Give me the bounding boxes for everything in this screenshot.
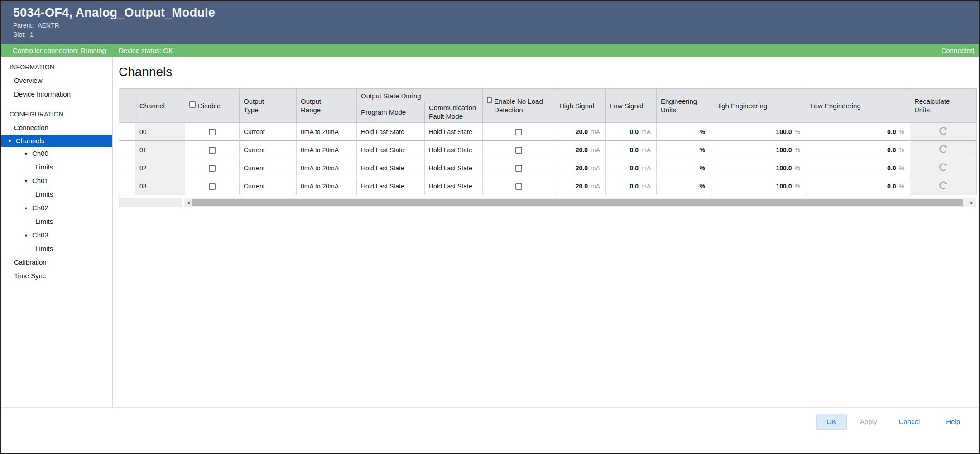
enable-no-load-checkbox[interactable] bbox=[515, 165, 522, 172]
scroll-right-arrow-icon[interactable]: ▶ bbox=[968, 201, 976, 205]
help-button[interactable]: Help bbox=[939, 414, 967, 430]
enable-no-load-all-checkbox[interactable] bbox=[487, 97, 492, 103]
recalculate-units-button[interactable] bbox=[937, 179, 950, 193]
recalculate-units-button[interactable] bbox=[937, 161, 950, 174]
output-range-cell[interactable]: 0mA to 20mA bbox=[297, 177, 357, 195]
low-engineering-unit: % bbox=[899, 164, 904, 172]
sidebar-item-ch01-limits[interactable]: Limits bbox=[1, 188, 112, 201]
output-type-cell[interactable]: Current bbox=[240, 159, 297, 177]
recalculate-units-cell bbox=[910, 177, 977, 195]
enable-no-load-cell[interactable] bbox=[483, 177, 555, 195]
low-engineering-cell[interactable]: 0.0% bbox=[806, 141, 910, 159]
high-signal-cell[interactable]: 20.0mA bbox=[555, 159, 606, 177]
disable-cell[interactable] bbox=[185, 123, 240, 141]
sidebar-item-channels[interactable]: ▼Channels bbox=[1, 135, 112, 147]
col-header-channel: Channel bbox=[135, 89, 185, 123]
engineering-units-cell[interactable]: % bbox=[657, 141, 711, 159]
disable-checkbox[interactable] bbox=[209, 165, 216, 172]
horizontal-scrollbar[interactable]: ◀ ▶ bbox=[184, 198, 976, 207]
low-engineering-cell[interactable]: 0.0% bbox=[806, 159, 910, 177]
high-engineering-value: 100.0 bbox=[776, 128, 792, 135]
low-signal-cell[interactable]: 0.0mA bbox=[606, 141, 657, 159]
ok-button[interactable]: OK bbox=[816, 414, 847, 430]
disable-all-checkbox[interactable] bbox=[189, 101, 196, 108]
low-signal-cell[interactable]: 0.0mA bbox=[606, 177, 657, 195]
sidebar-item-device-information[interactable]: Device Information bbox=[1, 87, 112, 101]
enable-no-load-cell[interactable] bbox=[483, 123, 555, 141]
enable-no-load-cell[interactable] bbox=[483, 141, 555, 159]
low-engineering-cell[interactable]: 0.0% bbox=[806, 123, 910, 141]
low-signal-cell[interactable]: 0.0mA bbox=[606, 123, 657, 141]
row-selector-cell[interactable] bbox=[119, 141, 135, 159]
output-range-cell[interactable]: 0mA to 20mA bbox=[297, 123, 357, 141]
program-mode-cell[interactable]: Hold Last State bbox=[357, 159, 425, 177]
high-engineering-unit: % bbox=[795, 146, 800, 154]
sidebar-item-label: Ch01 bbox=[32, 177, 48, 184]
disable-cell[interactable] bbox=[185, 159, 240, 177]
cancel-button[interactable]: Cancel bbox=[892, 414, 927, 430]
sidebar-item-label: Ch03 bbox=[32, 231, 48, 239]
communication-fault-mode-cell[interactable]: Hold Last State bbox=[425, 159, 483, 177]
table-row-ch03: 03 Current 0mA to 20mA Hold Last State H… bbox=[119, 177, 977, 195]
sidebar-item-ch03-limits[interactable]: Limits bbox=[1, 242, 112, 256]
high-engineering-cell[interactable]: 100.0% bbox=[711, 159, 806, 177]
high-signal-cell[interactable]: 20.0mA bbox=[555, 123, 606, 141]
recalculate-units-cell bbox=[910, 123, 977, 141]
high-engineering-value: 100.0 bbox=[776, 146, 792, 154]
disable-checkbox[interactable] bbox=[209, 129, 216, 135]
high-signal-cell[interactable]: 20.0mA bbox=[555, 177, 606, 195]
program-mode-cell[interactable]: Hold Last State bbox=[357, 177, 425, 195]
recalculate-units-button[interactable] bbox=[937, 125, 950, 138]
sidebar-item-ch02[interactable]: ▼Ch02 bbox=[1, 201, 112, 215]
communication-fault-mode-cell[interactable]: Hold Last State bbox=[425, 141, 483, 159]
channel-cell: 01 bbox=[135, 141, 185, 159]
high-engineering-cell[interactable]: 100.0% bbox=[711, 123, 806, 141]
scroll-left-arrow-icon[interactable]: ◀ bbox=[184, 201, 192, 205]
output-range-cell[interactable]: 0mA to 20mA bbox=[297, 141, 357, 159]
row-selector-cell[interactable] bbox=[119, 123, 135, 141]
low-engineering-value: 0.0 bbox=[887, 164, 896, 172]
sidebar-item-ch00[interactable]: ▼Ch00 bbox=[1, 147, 112, 160]
disable-checkbox[interactable] bbox=[209, 147, 216, 154]
output-type-cell[interactable]: Current bbox=[240, 141, 297, 159]
high-signal-cell[interactable]: 20.0mA bbox=[555, 141, 606, 159]
program-mode-cell[interactable]: Hold Last State bbox=[357, 141, 425, 159]
scrollbar-track[interactable] bbox=[192, 199, 968, 206]
high-engineering-cell[interactable]: 100.0% bbox=[711, 141, 806, 159]
high-engineering-cell[interactable]: 100.0% bbox=[711, 177, 806, 195]
corner-header-cell bbox=[119, 89, 135, 123]
sidebar-item-overview[interactable]: Overview bbox=[1, 74, 112, 87]
enable-no-load-checkbox[interactable] bbox=[515, 183, 522, 190]
disable-cell[interactable] bbox=[185, 177, 240, 195]
sidebar-item-time-sync[interactable]: Time Sync bbox=[1, 269, 112, 283]
row-selector-cell[interactable] bbox=[119, 177, 135, 195]
recalculate-units-button[interactable] bbox=[937, 143, 950, 156]
output-type-cell[interactable]: Current bbox=[240, 123, 297, 141]
sidebar-item-ch02-limits[interactable]: Limits bbox=[1, 215, 112, 228]
scrollbar-thumb[interactable] bbox=[192, 199, 963, 206]
enable-no-load-checkbox[interactable] bbox=[515, 129, 522, 135]
apply-button[interactable]: Apply bbox=[853, 414, 884, 430]
sidebar-item-ch00-limits[interactable]: Limits bbox=[1, 160, 112, 174]
disable-cell[interactable] bbox=[185, 141, 240, 159]
engineering-units-cell[interactable]: % bbox=[657, 123, 711, 141]
output-type-cell[interactable]: Current bbox=[240, 177, 297, 195]
low-signal-cell[interactable]: 0.0mA bbox=[606, 159, 657, 177]
sidebar-item-connection[interactable]: Connection bbox=[1, 121, 112, 135]
sidebar-item-calibration[interactable]: Calibration bbox=[1, 256, 112, 269]
engineering-units-value: % bbox=[700, 146, 705, 154]
low-engineering-cell[interactable]: 0.0% bbox=[806, 177, 910, 195]
communication-fault-mode-cell[interactable]: Hold Last State bbox=[425, 123, 483, 141]
enable-no-load-cell[interactable] bbox=[483, 159, 555, 177]
sidebar-item-ch01[interactable]: ▼Ch01 bbox=[1, 174, 112, 188]
communication-fault-mode-cell[interactable]: Hold Last State bbox=[425, 177, 483, 195]
low-signal-unit: mA bbox=[641, 146, 651, 154]
row-selector-cell[interactable] bbox=[119, 159, 135, 177]
disable-checkbox[interactable] bbox=[209, 183, 216, 190]
sidebar-item-ch03[interactable]: ▼Ch03 bbox=[1, 228, 112, 242]
output-range-cell[interactable]: 0mA to 20mA bbox=[297, 159, 357, 177]
enable-no-load-checkbox[interactable] bbox=[515, 147, 522, 154]
engineering-units-cell[interactable]: % bbox=[657, 159, 711, 177]
engineering-units-cell[interactable]: % bbox=[657, 177, 711, 195]
program-mode-cell[interactable]: Hold Last State bbox=[357, 123, 425, 141]
